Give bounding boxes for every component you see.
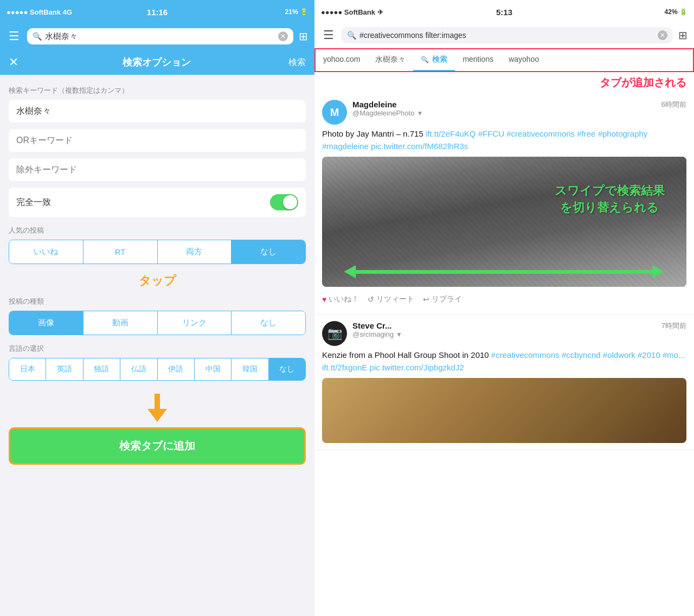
tweet-2-handle: @srcimaging xyxy=(352,330,394,338)
filter-button-left[interactable]: ⊞ xyxy=(299,30,308,43)
reply-label: リプライ xyxy=(432,294,462,304)
retweet-button-tweet1[interactable]: ↺ リツィート xyxy=(368,294,414,304)
search-tab-icon: 🔍 xyxy=(421,56,429,63)
hamburger-button-right[interactable]: ☰ xyxy=(321,28,336,42)
popular-posts-group: いいね RT 両方 なし xyxy=(9,240,306,264)
carrier-left: ●●●●● SoftBank 4G xyxy=(7,8,107,16)
filter-button-right[interactable]: ⊞ xyxy=(678,29,687,42)
tweet-2-header: 📷 Steve Cr... @srcimaging ▼ 7時間前 xyxy=(322,321,686,346)
clear-search-button-right[interactable]: ✕ xyxy=(658,30,667,40)
post-image-btn[interactable]: 画像 xyxy=(9,311,83,335)
search-container-left: 🔍 ✕ xyxy=(27,28,293,44)
lang-kr-btn[interactable]: 韓国 xyxy=(232,358,268,380)
options-search-button[interactable]: 検索 xyxy=(288,57,306,68)
tweet-1-pic-link[interactable]: pic.twitter.com/fM682lhR3s xyxy=(371,142,468,151)
clear-search-button-left[interactable]: ✕ xyxy=(278,31,288,41)
search-icon-left: 🔍 xyxy=(33,32,42,41)
tweet-1-tag3[interactable]: #free xyxy=(577,129,595,138)
retweet-label: リツィート xyxy=(376,294,414,304)
search-icon-right: 🔍 xyxy=(347,31,356,40)
left-panel: ●●●●● SoftBank 4G 11:16 21% 🔋 ☰ 🔍 ✕ ⊞ ✕ … xyxy=(0,0,314,616)
tab-mizuki[interactable]: 水樹奈々 xyxy=(368,49,413,71)
tab-yohoo[interactable]: yohoo.com xyxy=(316,49,368,71)
popular-none-btn[interactable]: なし xyxy=(232,240,305,264)
lang-group: 日本 英語 独語 仏語 伊語 中国 韓国 なし xyxy=(9,358,306,381)
reply-button-tweet1[interactable]: ↩ リプライ xyxy=(423,294,462,304)
post-none-btn[interactable]: なし xyxy=(232,311,305,335)
tweet-2-avatar: 📷 xyxy=(322,321,347,346)
lang-it-btn[interactable]: 伊語 xyxy=(158,358,195,380)
tweet-2-tag4[interactable]: #2010 xyxy=(638,350,660,360)
popular-like-btn[interactable]: いいね xyxy=(9,240,83,264)
tweet-1-link[interactable]: ift.tt/2eF4uKQ xyxy=(426,129,476,138)
retweet-icon: ↺ xyxy=(368,295,374,304)
battery-right: 42% 🔋 xyxy=(566,8,687,16)
swipe-annotation-text: スワイプで検索結果を切り替えられる xyxy=(555,183,665,216)
tweet-1-tag1[interactable]: #FFCU xyxy=(478,129,504,138)
tweet-2-dropdown[interactable]: ▼ xyxy=(396,331,402,338)
lang-fr-btn[interactable]: 仏語 xyxy=(120,358,157,380)
keyword-input[interactable] xyxy=(9,100,306,123)
tab-wayohoo[interactable]: wayohoo xyxy=(501,49,547,71)
tweet-1-handle-row: @MagdeleinePhoto ▼ xyxy=(352,109,656,117)
post-link-btn[interactable]: リンク xyxy=(158,311,232,335)
lang-en-btn[interactable]: 英語 xyxy=(46,358,83,380)
tweet-2-image xyxy=(322,378,686,443)
tweet-2-text: Kenzie from a Phool Hall Group Shoot in … xyxy=(322,349,686,374)
popular-posts-label: 人気の投稿 xyxy=(9,226,306,235)
lang-jp-btn[interactable]: 日本 xyxy=(9,358,46,380)
time-right: 5:13 xyxy=(443,8,565,17)
lang-de-btn[interactable]: 独語 xyxy=(83,358,120,380)
lang-label: 言語の選択 xyxy=(9,344,306,354)
tap-annotation: タップ xyxy=(9,273,306,289)
popular-rt-btn[interactable]: RT xyxy=(83,240,158,264)
status-bar-left: ●●●●● SoftBank 4G 11:16 21% 🔋 xyxy=(0,0,314,24)
tweet-1-dropdown[interactable]: ▼ xyxy=(416,110,423,117)
tab-search[interactable]: 🔍 検索 xyxy=(413,49,455,71)
or-keyword-input[interactable] xyxy=(9,129,306,152)
battery-left: 21% 🔋 xyxy=(208,8,308,16)
options-body: 検索キーワード（複数指定はカンマ） 完全一致 人気の投稿 いいね RT 両方 な… xyxy=(0,75,314,616)
post-video-btn[interactable]: 動画 xyxy=(83,311,158,335)
tweet-1: M Magdeleine @MagdeleinePhoto ▼ 6時間前 Pho… xyxy=(314,93,694,315)
exact-match-toggle[interactable] xyxy=(270,194,298,210)
tweet-1-tag2[interactable]: #creativecommons xyxy=(506,129,575,138)
tweet-1-actions: ♥ いいね！ ↺ リツィート ↩ リプライ xyxy=(322,291,686,307)
lang-cn-btn[interactable]: 中国 xyxy=(195,358,232,380)
add-tab-button[interactable]: 検索タブに追加 xyxy=(9,427,306,465)
exact-match-row: 完全一致 xyxy=(9,188,306,217)
tweet-2-name: Steve Cr... xyxy=(352,321,656,330)
lang-none-btn[interactable]: なし xyxy=(269,358,305,380)
tweet-1-tag4[interactable]: #photography xyxy=(598,129,648,138)
search-input-left[interactable] xyxy=(45,32,275,41)
carrier-right: ●●●●● SoftBank ✈ xyxy=(321,8,443,16)
heart-icon: ♥ xyxy=(322,295,326,304)
exact-match-label: 完全一致 xyxy=(16,197,51,208)
right-panel: ●●●●● SoftBank ✈ 5:13 42% 🔋 ☰ 🔍 ✕ ⊞ yoho… xyxy=(314,0,694,616)
tweet-2-meta: Steve Cr... @srcimaging ▼ xyxy=(352,321,656,338)
time-left: 11:16 xyxy=(107,8,207,17)
tweet-2-tag5[interactable]: #mo... xyxy=(663,350,685,360)
swipe-arrow xyxy=(344,265,664,278)
hamburger-button-left[interactable]: ☰ xyxy=(7,29,22,43)
tweet-2-time: 7時間前 xyxy=(661,321,686,331)
options-header: ✕ 検索オプション 検索 xyxy=(0,50,314,75)
exclude-keyword-input[interactable] xyxy=(9,158,306,181)
tweet-2-tag1[interactable]: #creativecommons xyxy=(491,350,560,360)
tweet-2-handle-row: @srcimaging ▼ xyxy=(352,330,656,338)
tab-mentions[interactable]: mentions xyxy=(455,49,501,71)
popular-both-btn[interactable]: 両方 xyxy=(158,240,232,264)
status-bar-right: ●●●●● SoftBank ✈ 5:13 42% 🔋 xyxy=(314,0,694,24)
tweet-2-link2[interactable]: pic.twitter.com/JipbgzkdJ2 xyxy=(370,363,464,372)
post-type-group: 画像 動画 リンク なし xyxy=(9,311,306,335)
tweet-2-link1[interactable]: ift.tt/2fxgonE xyxy=(322,363,367,372)
toggle-knob xyxy=(283,195,297,209)
tweet-2-tag3[interactable]: #oldwork xyxy=(603,350,635,360)
tweet-1-tag5[interactable]: #magdeleine xyxy=(322,142,369,151)
options-close-button[interactable]: ✕ xyxy=(9,55,18,69)
search-input-right[interactable] xyxy=(359,31,654,40)
like-label: いいね！ xyxy=(329,294,359,304)
tweet-1-avatar: M xyxy=(322,100,347,125)
like-button-tweet1[interactable]: ♥ いいね！ xyxy=(322,294,359,304)
tweet-2-tag2[interactable]: #ccbyncnd xyxy=(562,350,601,360)
